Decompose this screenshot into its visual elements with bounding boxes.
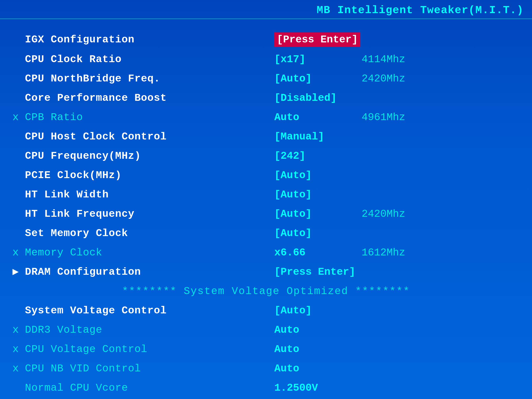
row-cpu-nb-vid-control[interactable]: x CPU NB VID Control Auto	[13, 359, 519, 378]
row-value: [Press Enter]	[274, 265, 355, 279]
row-label: DRAM Configuration	[25, 265, 274, 279]
row-prefix: x	[13, 362, 25, 375]
row-set-memory-clock[interactable]: Set Memory Clock [Auto]	[13, 224, 519, 243]
row-freq: 2420Mhz	[361, 72, 405, 85]
bios-screen: MB Intelligent Tweaker(M.I.T.) IGX Confi…	[0, 0, 532, 399]
row-prefix	[13, 188, 25, 201]
row-label: Set Memory Clock	[25, 227, 274, 240]
row-value: [Manual]	[274, 130, 353, 143]
row-cpu-frequency-mhz[interactable]: CPU Frequency(MHz) [242]	[13, 146, 519, 166]
row-freq: 2420Mhz	[361, 207, 405, 221]
title-bar: MB Intelligent Tweaker(M.I.T.)	[0, 0, 532, 19]
row-value: [Auto]	[274, 169, 353, 182]
row-value: [Disabled]	[274, 91, 353, 105]
row-value: [Auto]	[274, 188, 353, 201]
voltage-optimized-text: System Voltage Optimized	[184, 285, 348, 297]
row-label: CPU Frequency(MHz)	[25, 149, 274, 163]
row-label: System Voltage Control	[25, 304, 274, 317]
row-label: CPU Clock Ratio	[25, 53, 274, 66]
row-label: Normal CPU Vcore	[25, 381, 274, 395]
row-label: PCIE Clock(MHz)	[25, 169, 274, 182]
row-label: HT Link Frequency	[25, 207, 274, 221]
row-normal-cpu-vcore[interactable]: Normal CPU Vcore 1.2500V	[13, 378, 519, 398]
voltage-stars-left: ********	[122, 285, 184, 297]
row-cpu-northbridge-freq[interactable]: CPU NorthBridge Freq. [Auto] 2420Mhz	[13, 69, 519, 88]
row-value: Auto	[274, 362, 353, 375]
row-value: 1.2500V	[274, 381, 353, 395]
row-prefix	[13, 169, 25, 182]
row-value: x6.66	[274, 246, 353, 259]
voltage-optimized-line: ******** System Voltage Optimized ******…	[13, 282, 519, 301]
row-dram-configuration[interactable]: ▶ DRAM Configuration [Press Enter]	[13, 262, 519, 282]
row-memory-clock[interactable]: x Memory Clock x6.66 1612Mhz	[13, 243, 519, 262]
row-label: HT Link Width	[25, 188, 274, 201]
row-ddr3-voltage[interactable]: x DDR3 Voltage Auto	[13, 320, 519, 340]
voltage-stars-right: ********	[348, 285, 410, 297]
row-freq: 4114Mhz	[361, 53, 405, 66]
row-value: [Auto]	[274, 72, 353, 85]
row-label: Core Performance Boost	[25, 91, 274, 105]
row-value: [Auto]	[274, 304, 353, 317]
row-core-performance-boost[interactable]: Core Performance Boost [Disabled]	[13, 88, 519, 108]
row-prefix	[13, 381, 25, 395]
row-value: Auto	[274, 111, 353, 124]
row-label: Memory Clock	[25, 246, 274, 259]
row-prefix: x	[13, 342, 25, 356]
row-cpu-clock-ratio[interactable]: CPU Clock Ratio [x17] 4114Mhz	[13, 50, 519, 69]
row-label: CPU NorthBridge Freq.	[25, 72, 274, 85]
row-system-voltage-control[interactable]: System Voltage Control [Auto]	[13, 301, 519, 320]
row-label: CPU Voltage Control	[25, 342, 274, 356]
row-prefix	[13, 72, 25, 85]
row-ht-link-width[interactable]: HT Link Width [Auto]	[13, 185, 519, 204]
row-prefix	[13, 207, 25, 221]
row-value: [Press Enter]	[274, 32, 360, 47]
row-value: Auto	[274, 342, 353, 356]
title-text: MB Intelligent Tweaker(M.I.T.)	[317, 4, 524, 16]
bios-table: IGX Configuration [Press Enter] CPU Cloc…	[0, 23, 532, 399]
row-prefix	[13, 53, 25, 66]
row-value: [x17]	[274, 53, 353, 66]
row-label: CPU NB VID Control	[25, 362, 274, 375]
row-prefix	[13, 33, 25, 46]
row-prefix	[13, 130, 25, 143]
row-value: [242]	[274, 149, 353, 163]
row-prefix: x	[13, 246, 25, 259]
row-prefix: x	[13, 111, 25, 124]
row-label: DDR3 Voltage	[25, 323, 274, 337]
row-freq: 4961Mhz	[361, 111, 405, 124]
row-cpu-host-clock-control[interactable]: CPU Host Clock Control [Manual]	[13, 127, 519, 146]
row-value: [Auto]	[274, 207, 353, 221]
row-prefix	[13, 227, 25, 240]
row-label: IGX Configuration	[25, 33, 274, 46]
row-prefix	[13, 304, 25, 317]
row-cpu-voltage-control[interactable]: x CPU Voltage Control Auto	[13, 340, 519, 359]
row-freq: 1612Mhz	[361, 246, 405, 259]
row-cpb-ratio[interactable]: x CPB Ratio Auto 4961Mhz	[13, 108, 519, 127]
row-igx-configuration[interactable]: IGX Configuration [Press Enter]	[13, 30, 519, 50]
row-pcie-clock-mhz[interactable]: PCIE Clock(MHz) [Auto]	[13, 166, 519, 185]
row-prefix: ▶	[13, 265, 25, 279]
row-prefix	[13, 91, 25, 105]
row-label: CPU Host Clock Control	[25, 130, 274, 143]
row-value: Auto	[274, 323, 353, 337]
row-label: CPB Ratio	[25, 111, 274, 124]
row-value: [Auto]	[274, 227, 353, 240]
row-prefix	[13, 149, 25, 163]
row-prefix: x	[13, 323, 25, 337]
row-ht-link-frequency[interactable]: HT Link Frequency [Auto] 2420Mhz	[13, 204, 519, 224]
